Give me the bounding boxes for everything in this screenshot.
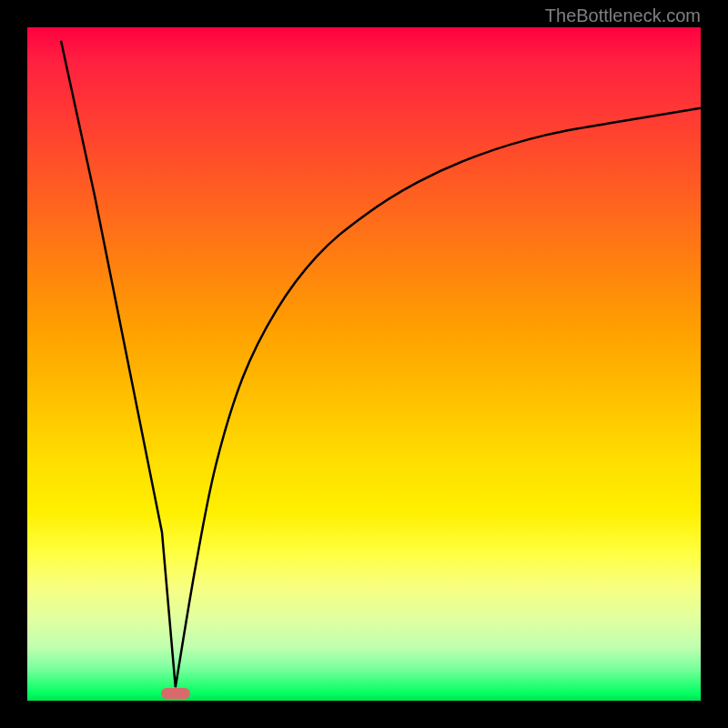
bottleneck-curve [61,41,701,687]
optimal-marker [161,688,190,699]
chart-area [27,27,701,701]
watermark-text: TheBottleneck.com [545,5,701,26]
curve-plot [27,27,701,701]
